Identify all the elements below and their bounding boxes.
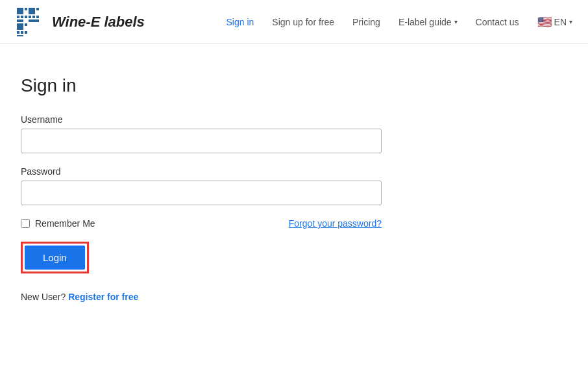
new-user-text: New User? (21, 292, 66, 302)
username-label: Username (21, 114, 382, 125)
svg-rect-5 (17, 19, 23, 22)
svg-rect-16 (25, 31, 27, 34)
nav-links: Sign in Sign up for free Pricing E-label… (227, 15, 572, 29)
username-input[interactable] (21, 129, 382, 153)
logo-link[interactable]: Wine-E labels (16, 6, 145, 38)
page-title: Sign in (21, 75, 382, 96)
username-group: Username (21, 114, 382, 153)
navigation: Wine-E labels Sign in Sign up for free P… (0, 0, 588, 44)
nav-contact-us[interactable]: Contact us (476, 17, 519, 27)
svg-rect-6 (29, 8, 35, 14)
svg-rect-10 (36, 16, 39, 18)
forgot-password-link[interactable]: Forgot your password? (289, 218, 382, 229)
lang-chevron-icon: ▾ (569, 18, 572, 25)
nav-elabel-guide[interactable]: E-label guide ▾ (398, 17, 458, 27)
svg-rect-3 (21, 16, 23, 18)
nav-sign-up[interactable]: Sign up for free (272, 17, 334, 27)
svg-rect-7 (36, 8, 39, 10)
svg-rect-12 (17, 23, 23, 30)
svg-rect-0 (17, 8, 23, 14)
language-selector[interactable]: 🇺🇸 EN ▾ (537, 15, 572, 29)
register-link[interactable]: Register for free (68, 292, 138, 302)
svg-rect-8 (29, 16, 31, 18)
password-input[interactable] (21, 181, 382, 205)
password-group: Password (21, 166, 382, 205)
svg-rect-14 (17, 31, 19, 34)
logo-icon (16, 6, 47, 38)
svg-rect-1 (25, 8, 27, 10)
nav-pricing[interactable]: Pricing (352, 17, 380, 27)
main-content: Sign in Username Password Remember Me Fo… (0, 44, 402, 333)
chevron-down-icon: ▾ (454, 18, 458, 25)
flag-icon: 🇺🇸 (537, 15, 552, 29)
language-label: EN (554, 17, 567, 27)
remember-me-label[interactable]: Remember Me (21, 218, 95, 229)
remember-me-checkbox[interactable] (21, 219, 30, 228)
svg-rect-4 (25, 16, 27, 18)
login-button-wrapper: Login (21, 242, 89, 273)
svg-rect-11 (29, 19, 39, 22)
svg-rect-2 (17, 16, 19, 18)
svg-rect-15 (21, 31, 23, 34)
svg-rect-9 (32, 16, 35, 18)
nav-sign-in[interactable]: Sign in (227, 17, 254, 27)
new-user-row: New User? Register for free (21, 292, 382, 302)
login-button[interactable]: Login (25, 246, 85, 270)
brand-name: Wine-E labels (52, 14, 145, 31)
remember-forgot-row: Remember Me Forgot your password? (21, 218, 382, 229)
svg-rect-13 (25, 23, 27, 26)
svg-rect-17 (17, 35, 23, 36)
password-label: Password (21, 166, 382, 177)
